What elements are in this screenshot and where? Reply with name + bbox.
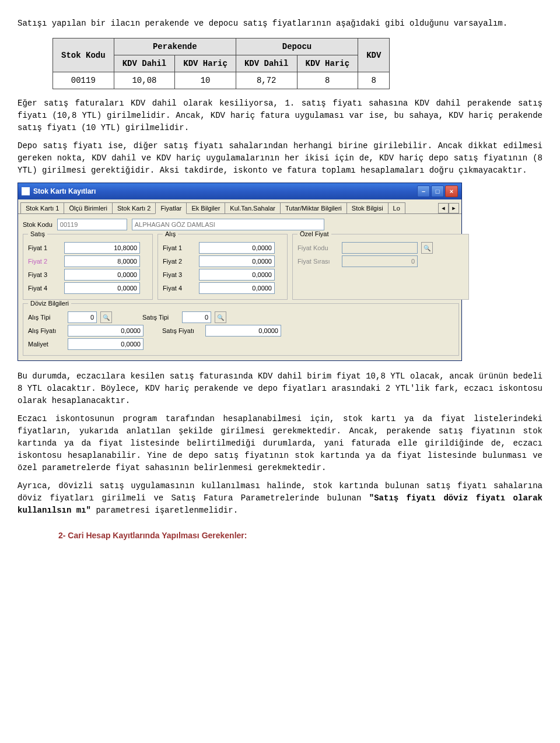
tab-ek-bilgiler[interactable]: Ek Bilgiler (186, 202, 225, 213)
satis-fiyat-4-field[interactable]: 0,0000 (64, 282, 140, 294)
tab-stok-bilgisi[interactable]: Stok Bilgisi (346, 202, 388, 213)
satis-tipi-label: Satış Tipi (142, 314, 178, 321)
satis-fiyat-2-field[interactable]: 8,0000 (64, 255, 140, 267)
intro-paragraph: Satışı yapılan bir ilacın perakende ve d… (18, 17, 542, 30)
doviz-group: Döviz Bilgileri Alış Tipi 0 🔍 Satış Tipi… (23, 303, 459, 356)
fiyat-kodu-field (342, 242, 418, 254)
cell-ph: 10 (175, 72, 236, 89)
lookup-icon[interactable]: 🔍 (421, 242, 433, 254)
window-icon (22, 187, 30, 195)
tab-stok-karti-1[interactable]: Stok Kartı 1 (20, 202, 64, 213)
fiyat-kodu-label: Fiyat Kodu (298, 244, 338, 251)
alis-fiyat-4-field[interactable]: 0,0000 (199, 282, 275, 294)
tab-fiyatlar[interactable]: Fiyatlar (155, 202, 187, 214)
alis-tipi-lookup-icon[interactable]: 🔍 (100, 311, 112, 323)
satis-tipi-lookup-icon[interactable]: 🔍 (215, 311, 226, 323)
satis-fiyati-field[interactable]: 0,0000 (205, 325, 281, 337)
satis-legend: Satış (28, 230, 47, 237)
th-depocu: Depocu (236, 38, 358, 55)
cell-code: 00119 (53, 72, 114, 89)
cell-kdv: 8 (358, 72, 390, 89)
tab-scroll-left[interactable]: ◄ (438, 203, 449, 213)
th-d-kdv-dahil: KDV Dahil (236, 55, 297, 72)
satis-f3-label: Fiyat 3 (28, 271, 61, 278)
th-kdv: KDV (358, 38, 390, 72)
paragraph-3: Depo satış fiyatı ise, diğer satış fiyat… (18, 140, 542, 177)
stok-karti-window: Stok Kartı Kayıtları – □ × Stok Kartı 1 … (18, 183, 462, 361)
satis-fiyat-3-field[interactable]: 0,0000 (64, 269, 140, 281)
paragraph-5: Eczacı iskontosunun program tarafından h… (18, 413, 542, 474)
stok-name-field[interactable]: ALPHAGAN GÖZ DAMLASI (132, 219, 324, 230)
fiyat-sirasi-label: Fiyat Sırası (298, 258, 338, 265)
cell-dd: 8,72 (236, 72, 297, 89)
cell-pd: 10,08 (114, 72, 175, 89)
maximize-button[interactable]: □ (431, 185, 444, 197)
doviz-legend: Döviz Bilgileri (28, 300, 71, 307)
tab-scroll-right[interactable]: ► (449, 203, 459, 213)
alis-f3-label: Fiyat 3 (163, 271, 195, 278)
maliyet-label: Maliyet (28, 341, 64, 348)
window-title: Stok Kartı Kayıtları (33, 187, 96, 195)
th-d-kdv-haric: KDV Hariç (297, 55, 358, 72)
alis-fiyati-label: Alış Fiyatı (28, 327, 64, 334)
alis-legend: Alış (163, 230, 178, 237)
stok-kodu-label: Stok Kodu (23, 221, 52, 228)
th-stok-kodu: Stok Kodu (53, 38, 114, 72)
alis-fiyat-2-field[interactable]: 0,0000 (199, 255, 275, 267)
satis-fiyat-1-field[interactable]: 10,8000 (64, 242, 140, 254)
satis-fiyati-label: Satış Fiyatı (162, 327, 202, 334)
table-row: 00119 10,08 10 8,72 8 8 (53, 72, 390, 89)
alis-group: Alış Fiyat 10,0000 Fiyat 20,0000 Fiyat 3… (158, 234, 288, 300)
paragraph-2: Eğer satış faturaları KDV dahil olarak k… (18, 97, 542, 134)
alis-f1-label: Fiyat 1 (163, 244, 195, 251)
titlebar[interactable]: Stok Kartı Kayıtları – □ × (18, 183, 461, 199)
alis-tipi-field[interactable]: 0 (68, 311, 97, 323)
tab-lo-truncated[interactable]: Lo (388, 202, 405, 213)
minimize-button[interactable]: – (417, 185, 430, 197)
cell-dh: 8 (297, 72, 358, 89)
satis-f2-label: Fiyat 2 (28, 258, 61, 265)
close-button[interactable]: × (445, 185, 458, 197)
paragraph-4: Bu durumda, eczacılara kesilen satış fat… (18, 370, 542, 407)
tab-stok-karti-2[interactable]: Stok Kartı 2 (112, 202, 156, 213)
th-perakende: Perakende (114, 38, 236, 55)
tab-kul-tan-sahalar[interactable]: Kul.Tan.Sahalar (225, 202, 281, 213)
p6-part-c: parametresi işaretlenmelidir. (91, 506, 238, 515)
th-p-kdv-haric: KDV Hariç (175, 55, 236, 72)
fiyat-sirasi-field: 0 (342, 255, 418, 267)
ozel-fiyat-group: Özel Fiyat Fiyat Kodu 🔍 Fiyat Sırası 0 (292, 234, 469, 300)
alis-f4-label: Fiyat 4 (163, 285, 195, 292)
satis-f1-label: Fiyat 1 (28, 244, 61, 251)
satis-tipi-field[interactable]: 0 (182, 311, 211, 323)
ozel-legend: Özel Fiyat (298, 230, 331, 237)
paragraph-6: Ayrıca, dövizli satış uygulamasının kull… (18, 480, 542, 517)
alis-f2-label: Fiyat 2 (163, 258, 195, 265)
alis-tipi-label: Alış Tipi (28, 314, 64, 321)
maliyet-field[interactable]: 0,0000 (68, 338, 144, 350)
alis-fiyat-3-field[interactable]: 0,0000 (199, 269, 275, 281)
tab-tutar-miktar[interactable]: Tutar/Miktar Bilgileri (280, 202, 347, 213)
section-2-heading: 2- Cari Hesap Kayıtlarında Yapılması Ger… (58, 531, 542, 540)
th-p-kdv-dahil: KDV Dahil (114, 55, 175, 72)
alis-fiyati-field[interactable]: 0,0000 (68, 325, 144, 337)
stok-kodu-field[interactable]: 00119 (57, 219, 127, 230)
satis-f4-label: Fiyat 4 (28, 285, 61, 292)
tab-bar: Stok Kartı 1 Ölçü Birimleri Stok Kartı 2… (18, 199, 461, 214)
tab-olcu-birimleri[interactable]: Ölçü Birimleri (64, 202, 112, 213)
price-table: Stok Kodu Perakende Depocu KDV KDV Dahil… (52, 38, 390, 89)
alis-fiyat-1-field[interactable]: 0,0000 (199, 242, 275, 254)
satis-group: Satış Fiyat 110,8000 Fiyat 28,0000 Fiyat… (23, 234, 153, 300)
